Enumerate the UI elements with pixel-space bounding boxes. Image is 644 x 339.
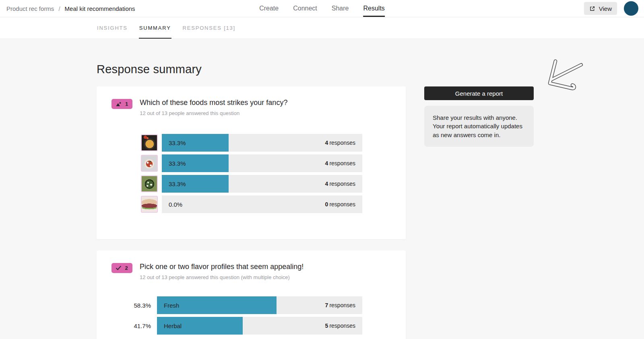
- question-badge: 1: [111, 99, 132, 109]
- question-title: Which of these foods most strikes your f…: [140, 98, 287, 107]
- answer-bar-row: 33.3% 4responses: [141, 175, 362, 193]
- breadcrumb: Product rec forms / Meal kit recommendat…: [6, 5, 135, 12]
- bar-answer-label: Herbal: [164, 323, 182, 329]
- tab-insights[interactable]: INSIGHTS: [97, 17, 128, 39]
- nav-item-results[interactable]: Results: [363, 0, 384, 17]
- external-link-icon: [589, 6, 595, 12]
- count-number: 4: [325, 181, 328, 187]
- count-number: 4: [325, 160, 328, 166]
- count-number: 0: [325, 201, 328, 208]
- bar-percent-label: 58.3%: [111, 302, 157, 309]
- answer-thumbnail-salad-bowl: [141, 175, 158, 192]
- app-header: Product rec forms / Meal kit recommendat…: [0, 0, 644, 17]
- count-unit: responses: [329, 201, 355, 208]
- header-actions: View: [584, 1, 638, 16]
- bar-track: 33.3% 4responses: [162, 134, 362, 152]
- question-subtitle: 12 out of 13 people answered this questi…: [140, 274, 303, 280]
- bar-response-count: 0responses: [325, 201, 355, 208]
- question-title-block: Which of these foods most strikes your f…: [140, 98, 287, 116]
- bar-response-count: 4responses: [325, 181, 355, 187]
- question-cards: 1 Which of these foods most strikes your…: [97, 86, 406, 339]
- answer-bar-row: 41.7% Herbal 5responses: [111, 317, 362, 335]
- report-info-box: Share your results with anyone. Your rep…: [424, 106, 534, 147]
- breadcrumb-separator: /: [58, 5, 60, 12]
- answer-bar-row: 0.0% 0responses: [141, 195, 362, 213]
- checkmark-icon: [116, 266, 121, 270]
- question-card-2: 2 Pick one or two flavor profiles that s…: [97, 251, 406, 339]
- bar-percent-label: 0.0%: [169, 201, 182, 208]
- count-unit: responses: [329, 181, 355, 187]
- bar-percent-label: 33.3%: [169, 160, 186, 167]
- bar-percent-label: 41.7%: [111, 323, 157, 329]
- count-unit: responses: [329, 302, 355, 308]
- bar-response-count: 4responses: [325, 140, 355, 146]
- summary-content: Response summary 1 Which of these foods …: [0, 39, 644, 339]
- question-number: 2: [125, 265, 128, 271]
- bar-percent-label: 33.3%: [169, 140, 186, 146]
- answer-bar-row: 33.3% 4responses: [141, 134, 362, 152]
- question-title: Pick one or two flavor profiles that see…: [140, 262, 303, 271]
- bar-response-count: 7responses: [325, 302, 355, 308]
- answer-bars: 58.3% Fresh 7responses 41.7% Herbal 5res…: [111, 296, 362, 335]
- breadcrumb-form-name[interactable]: Meal kit recommendations: [65, 5, 135, 12]
- tab-summary[interactable]: SUMMARY: [139, 17, 171, 39]
- main-nav: Create Connect Share Results: [259, 0, 385, 17]
- count-number: 7: [325, 302, 328, 308]
- question-card-1: 1 Which of these foods most strikes your…: [97, 86, 406, 239]
- bar-track: Herbal 5responses: [157, 317, 362, 335]
- bar-response-count: 5responses: [325, 323, 355, 329]
- bar-track: 0.0% 0responses: [162, 195, 362, 213]
- tab-responses[interactable]: RESPONSES [13]: [182, 17, 236, 39]
- view-button-label: View: [599, 5, 612, 12]
- bar-track: 33.3% 4responses: [162, 154, 362, 172]
- question-title-block: Pick one or two flavor profiles that see…: [140, 262, 303, 280]
- count-unit: responses: [329, 323, 355, 329]
- view-button[interactable]: View: [584, 2, 617, 15]
- count-unit: responses: [329, 140, 355, 146]
- answer-thumbnail-pizza: [141, 155, 158, 172]
- bar-response-count: 4responses: [325, 160, 355, 166]
- question-subtitle: 12 out of 13 people answered this questi…: [140, 110, 287, 116]
- avatar[interactable]: [624, 1, 638, 16]
- nav-item-create[interactable]: Create: [259, 0, 279, 17]
- bar-track: 33.3% 4responses: [162, 175, 362, 193]
- answer-bars: 33.3% 4responses 33.3% 4responses: [141, 134, 362, 213]
- page-title: Response summary: [0, 39, 644, 76]
- question-header: 1 Which of these foods most strikes your…: [111, 98, 391, 116]
- count-number: 5: [325, 323, 328, 329]
- answer-bar-row: 58.3% Fresh 7responses: [111, 296, 362, 314]
- picture-choice-icon: [116, 102, 122, 107]
- count-number: 4: [325, 140, 328, 146]
- question-number: 1: [125, 101, 128, 107]
- report-side-rail: Generate a report Share your results wit…: [424, 86, 534, 147]
- nav-item-share[interactable]: Share: [332, 0, 349, 17]
- nav-item-connect[interactable]: Connect: [293, 0, 317, 17]
- breadcrumb-workspace[interactable]: Product rec forms: [6, 5, 54, 12]
- generate-report-button[interactable]: Generate a report: [424, 86, 534, 100]
- results-tabbar: INSIGHTS SUMMARY RESPONSES [13]: [0, 17, 644, 39]
- answer-thumbnail-fried-rice: [141, 134, 158, 151]
- count-unit: responses: [329, 160, 355, 166]
- answer-bar-row: 33.3% 4responses: [141, 154, 362, 172]
- bar-percent-label: 33.3%: [169, 181, 186, 187]
- bar-track: Fresh 7responses: [157, 296, 362, 314]
- bar-answer-label: Fresh: [164, 302, 179, 309]
- answer-thumbnail-veggie-burger: [141, 196, 158, 213]
- question-badge: 2: [111, 263, 132, 273]
- question-header: 2 Pick one or two flavor profiles that s…: [111, 262, 391, 280]
